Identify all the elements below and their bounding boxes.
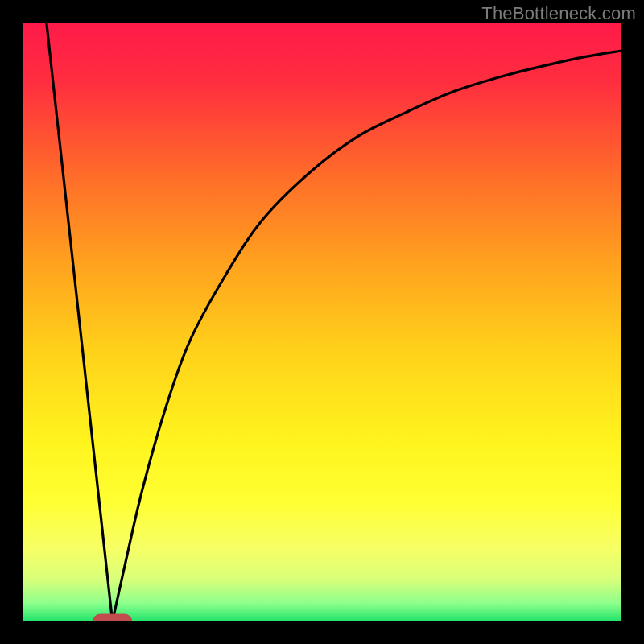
plot-area [23,23,621,621]
chart-frame: TheBottleneck.com [0,0,644,644]
gradient-background [23,23,621,621]
watermark-text: TheBottleneck.com [481,3,636,24]
optimal-marker [93,614,131,621]
